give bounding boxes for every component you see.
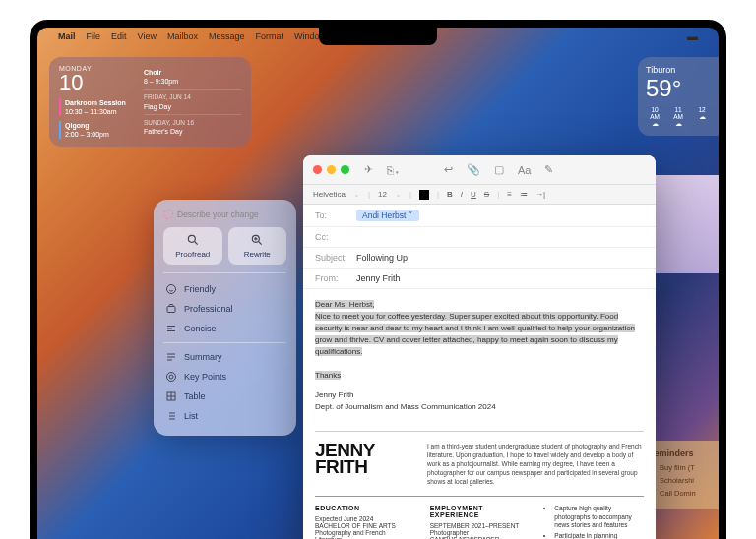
resume-education: EDUCATION Expected June 2024 BACHELOR OF… [315,505,414,539]
svg-point-2 [167,285,176,294]
proofread-button[interactable]: Proofread [163,227,222,265]
cc-label: Cc: [315,232,356,242]
calendar-day: MONDAY [59,65,136,72]
format-icon[interactable]: Aa [518,164,531,176]
calendar-event: Darkroom Session10:30 – 11:30am [59,98,136,116]
forecast-item: 12☁︎ [693,106,711,128]
header-dropdown-icon[interactable]: ⎘▾ [387,164,401,176]
calendar-upcoming: FRIDAY, JUN 14Flag Day [144,90,241,115]
align-button[interactable]: ≡ [507,190,512,199]
svg-rect-3 [167,307,175,313]
menu-mailbox[interactable]: Mailbox [167,31,198,41]
send-icon[interactable]: ✈︎ [364,163,373,176]
calendar-upcoming: Choir8 – 9:30pm [144,65,241,90]
svg-point-4 [167,373,176,382]
to-label: To: [315,210,356,220]
underline-button[interactable]: U [471,190,476,199]
reply-icon[interactable]: ↩︎ [444,163,453,176]
subject-field[interactable]: Following Up [356,253,408,263]
professional-option[interactable]: Professional [163,299,286,319]
menu-app[interactable]: Mail [58,31,76,41]
resume-bullets: Capture high quality photographs to acco… [544,505,644,539]
signature-name: Jenny Frith [315,389,644,401]
list-button[interactable]: ≔ [520,190,528,199]
from-field[interactable]: Jenny Frith [356,273,401,283]
friendly-option[interactable]: Friendly [163,279,286,299]
weather-widget[interactable]: Tiburon 59° 10 AM☁︎ 11 AM☁︎ 12☁︎ [638,57,719,136]
menu-message[interactable]: Message [209,31,245,41]
reminders-title: Reminders [648,449,711,458]
forecast-item: 10 AM☁︎ [646,106,663,128]
battery-icon[interactable]: ▬ [687,30,698,42]
size-select[interactable]: 12 [378,190,387,199]
resume-attachment: JENNYFRITH I am a third-year student und… [315,431,644,486]
calendar-event: Qigong2:00 – 3:00pm [59,121,136,139]
attach-icon[interactable]: 📎 [467,163,480,176]
photo-icon[interactable]: ▢ [494,163,504,176]
minimize-button[interactable] [327,165,336,174]
menu-edit[interactable]: Edit [111,31,127,41]
menu-format[interactable]: Format [255,31,284,41]
menu-view[interactable]: View [138,31,157,41]
table-option[interactable]: Table [163,387,286,406]
calendar-date: 10 [59,72,136,93]
menu-file[interactable]: File [87,31,101,41]
color-swatch[interactable] [419,190,429,200]
svg-point-5 [169,375,173,379]
italic-button[interactable]: I [461,190,463,199]
close-button[interactable] [313,165,322,174]
from-label: From: [315,273,356,283]
writing-tools-panel: Describe your change Proofread Rewrite F… [154,200,296,436]
reminder-item[interactable]: Scholarshi [648,476,711,485]
reminder-item[interactable]: Call Domin [648,489,711,498]
mail-compose-window: ✈︎ ⎘▾ ↩︎ 📎 ▢ Aa ✎ Helvetica⌄ | 12⌄ | | B… [303,155,656,539]
reminder-item[interactable]: Buy film (T [648,463,711,472]
svg-point-0 [188,235,195,242]
describe-change-input[interactable]: Describe your change [163,210,286,219]
resume-intro: I am a third-year student undergraduate … [427,442,644,486]
resume-name: JENNYFRITH [315,442,413,475]
format-bar: Helvetica⌄ | 12⌄ | | B I U S | ≡ ≔ →| [303,185,656,205]
indent-button[interactable]: →| [536,190,545,199]
strike-button[interactable]: S [484,190,489,199]
subject-label: Subject: [315,253,356,263]
summary-option[interactable]: Summary [163,347,286,367]
calendar-widget[interactable]: MONDAY 10 Darkroom Session10:30 – 11:30a… [49,57,251,147]
concise-option[interactable]: Concise [163,319,286,338]
zoom-button[interactable] [341,165,349,174]
signature-dept: Dept. of Journalism and Mass Communicati… [315,401,644,413]
forecast-item: 11 AM☁︎ [669,106,687,128]
resume-experience: EMPLOYMENT EXPERIENCE SEPTEMBER 2021–PRE… [430,505,530,539]
message-body[interactable]: Dear Ms. Herbst, Nice to meet you for co… [303,289,656,423]
list-option[interactable]: List [163,406,286,426]
calendar-upcoming: SUNDAY, JUN 16Father's Day [144,115,241,140]
weather-location: Tiburon [646,65,711,75]
rewrite-button[interactable]: Rewrite [228,227,287,265]
weather-temp: 59° [646,75,711,102]
writing-tools-icon[interactable]: ✎ [544,163,553,176]
bold-button[interactable]: B [447,190,453,199]
to-recipient[interactable]: Andi Herbst ˅ [356,210,419,221]
font-select[interactable]: Helvetica [313,190,346,199]
keypoints-option[interactable]: Key Points [163,367,286,387]
window-titlebar[interactable]: ✈︎ ⎘▾ ↩︎ 📎 ▢ Aa ✎ [303,155,656,185]
